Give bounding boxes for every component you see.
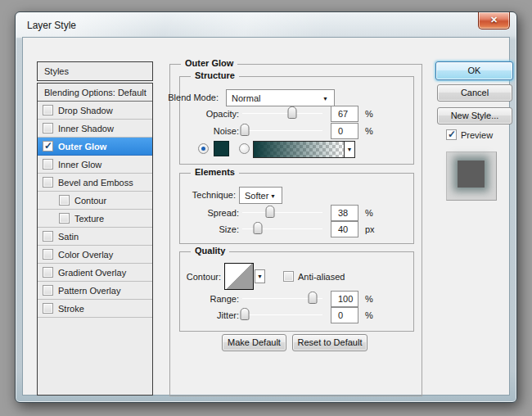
noise-slider-thumb[interactable] <box>240 124 249 136</box>
range-unit: % <box>365 294 373 304</box>
blend-mode-select[interactable]: Normal ▼ <box>226 89 335 106</box>
item-label: Inner Shadow <box>58 124 114 133</box>
opacity-input[interactable]: 67 <box>331 106 358 122</box>
contour-dropdown-button[interactable]: ▼ <box>255 269 265 283</box>
ok-button[interactable]: OK <box>435 61 513 80</box>
desktop-background: Layer Style ✕ Styles Blending Options: D… <box>0 0 532 416</box>
glow-color-swatch[interactable] <box>214 141 229 156</box>
jitter-input[interactable]: 0 <box>331 307 358 323</box>
item-label: Texture <box>74 214 104 224</box>
spread-unit: % <box>365 208 373 218</box>
blend-mode-value: Normal <box>232 93 260 103</box>
sidebar-item-inner-glow[interactable]: Inner Glow <box>38 156 152 174</box>
range-label: Range: <box>149 294 239 304</box>
noise-input[interactable]: 0 <box>331 123 358 139</box>
size-slider-thumb[interactable] <box>253 222 262 234</box>
opacity-unit: % <box>365 109 373 119</box>
range-slider-thumb[interactable] <box>309 292 318 304</box>
antialiased-label: Anti-aliased <box>298 272 345 282</box>
spread-input[interactable]: 38 <box>331 205 358 221</box>
item-checkbox[interactable] <box>43 249 53 260</box>
chevron-down-icon: ▼ <box>322 95 328 101</box>
spread-label: Spread: <box>149 208 239 218</box>
item-checkbox[interactable] <box>43 141 53 151</box>
sidebar-item-texture[interactable]: Texture <box>38 210 152 228</box>
jitter-slider-thumb[interactable] <box>240 308 249 320</box>
sidebar-item-satin[interactable]: Satin <box>38 228 152 246</box>
jitter-label: Jitter: <box>149 310 239 320</box>
sidebar-item-drop-shadow[interactable]: Drop Shadow <box>38 102 152 120</box>
item-label: Bevel and Emboss <box>58 178 133 188</box>
item-checkbox[interactable] <box>43 159 53 170</box>
range-input[interactable]: 100 <box>331 291 358 307</box>
item-label: Outer Glow <box>58 142 106 151</box>
new-style-button[interactable]: New Style... <box>437 107 512 124</box>
glow-preview-square <box>458 161 485 188</box>
spread-slider[interactable] <box>242 212 322 213</box>
range-slider[interactable] <box>242 298 322 299</box>
preview-checkbox[interactable] <box>446 129 457 140</box>
item-label: Gradient Overlay <box>58 268 126 278</box>
item-checkbox[interactable] <box>59 195 70 206</box>
chevron-down-icon: ▼ <box>257 274 263 279</box>
item-checkbox[interactable] <box>43 303 53 314</box>
elements-legend: Elements <box>191 167 239 177</box>
preview-label: Preview <box>461 130 493 140</box>
quality-legend: Quality <box>191 246 229 255</box>
sidebar-item-contour[interactable]: Contour <box>38 192 152 210</box>
item-checkbox[interactable] <box>43 177 53 188</box>
sidebar-effects-list: Blending Options: Default Drop Shadow In… <box>37 83 153 396</box>
sidebar-item-pattern-overlay[interactable]: Pattern Overlay <box>38 282 152 300</box>
antialiased-checkbox[interactable] <box>283 271 294 282</box>
opacity-slider-thumb[interactable] <box>287 106 296 119</box>
sidebar-item-color-overlay[interactable]: Color Overlay <box>38 246 152 264</box>
item-checkbox[interactable] <box>43 105 53 115</box>
make-default-button[interactable]: Make Default <box>222 334 286 351</box>
technique-value: Softer <box>245 191 268 201</box>
sidebar-item-inner-shadow[interactable]: Inner Shadow <box>38 120 152 138</box>
item-checkbox[interactable] <box>43 123 53 133</box>
technique-label: Technique: <box>146 190 236 200</box>
item-checkbox[interactable] <box>59 213 70 224</box>
structure-legend: Structure <box>191 70 239 80</box>
sidebar-item-bevel-and-emboss[interactable]: Bevel and Emboss <box>38 174 152 192</box>
size-slider[interactable] <box>242 228 322 229</box>
item-checkbox[interactable] <box>43 231 53 242</box>
sidebar-item-stroke[interactable]: Stroke <box>38 300 152 318</box>
item-label: Drop Shadow <box>58 106 113 115</box>
size-input[interactable]: 40 <box>331 221 358 237</box>
noise-slider[interactable] <box>242 130 322 131</box>
spread-slider-thumb[interactable] <box>266 206 275 218</box>
jitter-slider[interactable] <box>242 314 322 315</box>
size-label: Size: <box>149 224 239 234</box>
window-title: Layer Style <box>27 20 76 31</box>
opacity-slider[interactable] <box>242 113 322 114</box>
styles-header-label: Styles <box>44 66 69 76</box>
item-label: Contour <box>74 196 106 206</box>
panel-title: Outer Glow <box>181 58 237 68</box>
cancel-button[interactable]: Cancel <box>437 84 512 102</box>
item-label: Pattern Overlay <box>58 286 120 296</box>
item-checkbox[interactable] <box>43 267 53 278</box>
glow-gradient-picker[interactable]: ▼ <box>253 141 355 158</box>
opacity-label: Opacity: <box>149 109 239 119</box>
close-button[interactable]: ✕ <box>478 12 510 29</box>
sidebar-item-outer-glow[interactable]: Outer Glow <box>38 138 152 156</box>
gradient-preview <box>254 142 344 157</box>
glow-gradient-radio[interactable] <box>239 143 250 154</box>
glow-color-radio[interactable] <box>198 143 209 154</box>
gradient-dropdown-button[interactable]: ▼ <box>344 142 354 157</box>
blend-mode-label: Blend Mode: <box>128 93 219 102</box>
chevron-down-icon: ▼ <box>347 147 353 152</box>
noise-unit: % <box>365 126 373 136</box>
sidebar-item-styles[interactable]: Styles <box>37 61 153 81</box>
technique-select[interactable]: Softer ▼ <box>239 187 282 204</box>
reset-to-default-button[interactable]: Reset to Default <box>292 334 367 351</box>
chevron-down-icon: ▼ <box>270 192 276 198</box>
size-unit: px <box>365 224 375 234</box>
close-icon: ✕ <box>490 15 498 25</box>
layer-style-dialog: Layer Style ✕ Styles Blending Options: D… <box>15 11 517 403</box>
item-label: Color Overlay <box>58 250 113 260</box>
contour-picker[interactable] <box>224 263 254 290</box>
item-checkbox[interactable] <box>43 285 53 296</box>
